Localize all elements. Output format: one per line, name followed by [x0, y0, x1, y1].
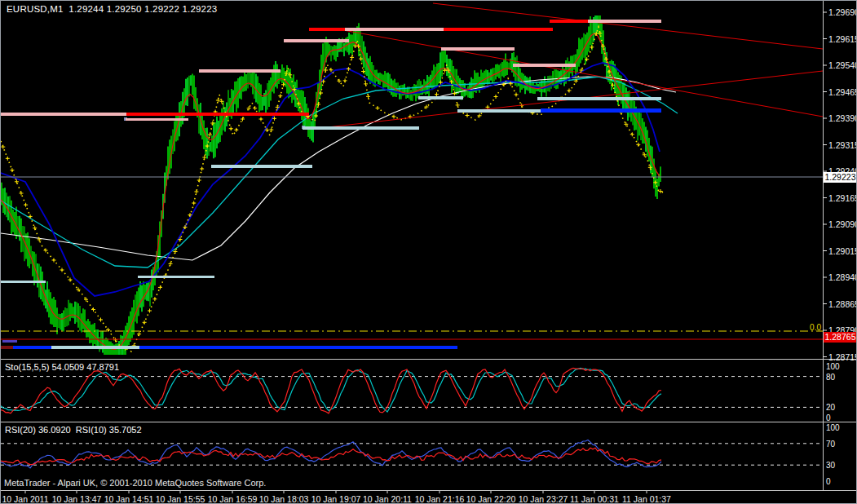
- copyright-text: MetaTrader - Alpari UK, © 2001-2010 Meta…: [4, 478, 266, 488]
- quote-line: EURUSD,M1 1.29244 1.29250 1.29222 1.2922…: [7, 4, 217, 14]
- time-axis-label: 10 Jan 19:07: [311, 494, 361, 504]
- rsi-level-label: 30: [826, 461, 835, 470]
- zone-bar-red: [550, 20, 588, 23]
- yellow-dotted-line: [1, 27, 663, 351]
- time-axis-label: 10 Jan 16:59: [208, 494, 258, 504]
- fibo-level-label: 0.0: [789, 323, 821, 332]
- price-axis-label: 1.29090: [828, 219, 857, 229]
- stochastic-label: Sto(15,5,5) 54.0509 47.8791: [5, 362, 119, 372]
- price-axis-label: 1.28715: [828, 352, 857, 362]
- time-axis-label: 10 Jan 21:16: [415, 494, 465, 504]
- zone-bar-pink: [126, 118, 188, 121]
- order-price-tag: 1.28765: [824, 332, 857, 343]
- price-axis-label: 1.29315: [828, 140, 857, 150]
- rsi-signal-line: [1, 440, 661, 468]
- zone-bar-lightblue: [418, 96, 463, 99]
- time-axis-label: 10 Jan 18:03: [259, 494, 309, 504]
- zone-bar-pink: [513, 64, 576, 67]
- zone-bar-red: [309, 28, 345, 31]
- yellow-cross-marks: [1, 31, 662, 350]
- price-axis-label: 1.28865: [828, 299, 857, 309]
- zone-bar-maroon: [1, 346, 13, 349]
- price-axis-label: 1.29015: [828, 246, 857, 256]
- stochastic-signal-line: [1, 369, 661, 413]
- ma-white: [1, 77, 676, 260]
- stochastic-level-label: 80: [826, 373, 835, 382]
- zone-bar-pink: [588, 20, 661, 23]
- price-axis-label: 1.29690: [828, 7, 857, 17]
- time-axis-label: 10 Jan 23:27: [519, 494, 568, 504]
- zone-bar-pink: [1, 113, 126, 116]
- zone-bar-lightblue: [138, 276, 214, 278]
- time-axis-label: 10 Jan 22:20: [466, 494, 516, 504]
- metatrader-window: EURUSD,M1 1.29244 1.29250 1.29222 1.2922…: [0, 0, 857, 504]
- time-axis-label: 10 Jan 15:55: [156, 494, 205, 504]
- zone-bar-lightblue: [537, 97, 661, 100]
- price-axis-label: 1.29165: [828, 193, 857, 203]
- time-axis-label: 11 Jan 01:37: [622, 494, 671, 504]
- ma-cyan: [1, 77, 678, 267]
- stochastic-level-label: 0: [826, 413, 831, 422]
- rsi-level-label: 0: [826, 477, 831, 486]
- price-axis-label: 1.29615: [828, 34, 857, 44]
- zone-bar-blue: [13, 346, 51, 349]
- time-axis-label: 10 Jan 14:51: [104, 494, 154, 504]
- zone-bar-blue: [541, 108, 661, 113]
- zone-bar-pink: [284, 39, 349, 42]
- rsi-level-label: 100: [826, 423, 840, 432]
- price-axis-label: 1.29390: [828, 113, 857, 123]
- time-axis-label: 10 Jan 2011: [2, 494, 48, 504]
- zone-bar-lightblue: [211, 165, 312, 168]
- stochastic-main-line: [1, 368, 661, 413]
- zone-bar-pink: [345, 28, 444, 31]
- zone-bar-pink: [441, 47, 515, 51]
- time-axis-label: 11 Jan 00:31: [570, 494, 619, 504]
- time-axis-label: 10 Jan 13:47: [52, 494, 102, 504]
- zone-bar-lightblue: [303, 126, 419, 130]
- zone-bar-lightblue: [457, 109, 541, 113]
- stochastic-level-label: 20: [826, 403, 835, 412]
- price-axis-label: 1.29465: [828, 87, 857, 97]
- trendline[interactable]: [433, 3, 823, 49]
- price-axis-label: 1.28940: [828, 272, 857, 282]
- zone-bar-blue: [139, 346, 457, 349]
- stochastic-level-label: 100: [826, 362, 840, 371]
- zone-bar-lightblue: [1, 281, 46, 283]
- current-price-tag: 1.29223: [824, 172, 857, 183]
- zone-bar-red: [444, 28, 553, 31]
- rsi-label: RSI(20) 36.0920 RSI(10) 35.7052: [5, 425, 142, 435]
- time-axis-label: 10 Jan 20:11: [363, 494, 412, 504]
- zone-bar-pink: [199, 69, 281, 73]
- zone-bar-red: [126, 113, 309, 116]
- rsi-main-line: [1, 448, 661, 464]
- zone-bar-lightblue: [51, 346, 139, 349]
- price-axis-label: 1.29540: [828, 60, 857, 70]
- rsi-level-label: 70: [826, 440, 835, 449]
- zone-bar-purple: [2, 340, 17, 343]
